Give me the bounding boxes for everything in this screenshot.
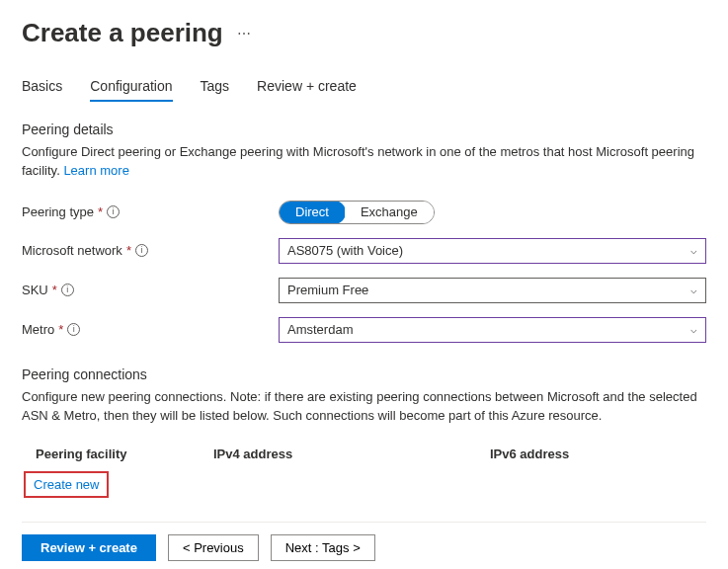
sku-value: Premium Free xyxy=(287,283,368,297)
metro-label: Metro xyxy=(22,322,54,337)
connections-table-header: Peering facility IPv4 address IPv6 addre… xyxy=(22,439,706,469)
sku-select[interactable]: Premium Free ⌵ xyxy=(279,278,706,303)
peering-type-toggle[interactable]: Direct Exchange xyxy=(279,201,435,224)
next-button[interactable]: Next : Tags > xyxy=(271,534,375,561)
microsoft-network-value: AS8075 (with Voice) xyxy=(287,243,403,258)
chevron-down-icon: ⌵ xyxy=(690,284,697,296)
required-indicator: * xyxy=(58,322,63,337)
microsoft-network-select[interactable]: AS8075 (with Voice) ⌵ xyxy=(279,238,706,264)
tab-basics[interactable]: Basics xyxy=(22,78,62,102)
ellipsis-icon[interactable]: ⋯ xyxy=(237,26,252,41)
info-icon[interactable]: i xyxy=(61,284,74,296)
info-icon[interactable]: i xyxy=(135,244,148,257)
peering-type-direct[interactable]: Direct xyxy=(279,201,346,224)
required-indicator: * xyxy=(126,243,131,258)
required-indicator: * xyxy=(98,204,103,219)
tab-review-create[interactable]: Review + create xyxy=(257,78,357,102)
previous-button[interactable]: < Previous xyxy=(168,534,259,561)
peering-type-label: Peering type xyxy=(22,204,94,219)
footer-actions: Review + create < Previous Next : Tags > xyxy=(22,522,706,569)
microsoft-network-label: Microsoft network xyxy=(22,243,122,258)
sku-label: SKU xyxy=(22,283,48,297)
column-ipv6-address: IPv6 address xyxy=(490,447,706,461)
column-peering-facility: Peering facility xyxy=(36,447,213,461)
page-title: Create a peering xyxy=(22,18,223,48)
peering-connections-heading: Peering connections xyxy=(22,366,706,382)
column-ipv4-address: IPv4 address xyxy=(213,447,490,461)
create-new-link[interactable]: Create new xyxy=(24,471,109,498)
required-indicator: * xyxy=(52,283,57,297)
tab-bar: Basics Configuration Tags Review + creat… xyxy=(22,78,706,102)
peering-type-exchange[interactable]: Exchange xyxy=(345,202,434,223)
peering-connections-description: Configure new peering connections. Note:… xyxy=(22,388,706,426)
info-icon[interactable]: i xyxy=(67,323,80,336)
chevron-down-icon: ⌵ xyxy=(690,323,697,336)
metro-select[interactable]: Amsterdam ⌵ xyxy=(279,317,706,343)
review-create-button[interactable]: Review + create xyxy=(22,534,156,561)
peering-details-heading: Peering details xyxy=(22,122,706,137)
info-icon[interactable]: i xyxy=(107,205,120,218)
peering-details-description: Configure Direct peering or Exchange pee… xyxy=(22,143,706,181)
tab-configuration[interactable]: Configuration xyxy=(90,78,172,102)
chevron-down-icon: ⌵ xyxy=(690,244,697,257)
tab-tags[interactable]: Tags xyxy=(201,78,230,102)
learn-more-link[interactable]: Learn more xyxy=(63,163,128,178)
metro-value: Amsterdam xyxy=(287,322,353,337)
